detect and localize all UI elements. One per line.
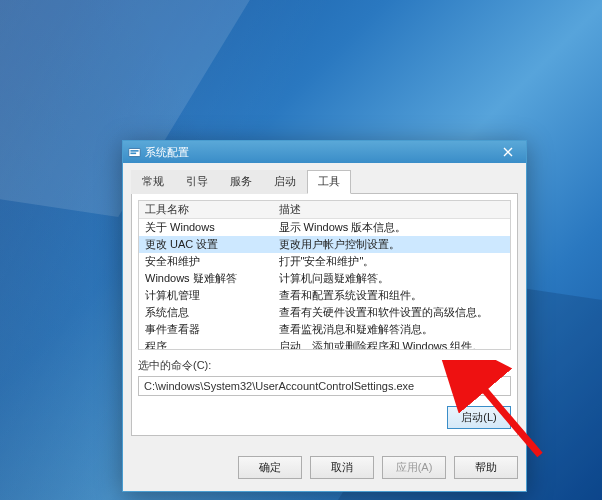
table-row[interactable]: 安全和维护打开"安全和维护"。	[139, 253, 510, 270]
dialog-client: 常规 引导 服务 启动 工具 工具名称 描述 关于 Windows显示 Wind…	[123, 163, 526, 446]
selected-command-field[interactable]	[138, 376, 511, 396]
tab-general[interactable]: 常规	[131, 170, 175, 194]
tool-name: Windows 疑难解答	[139, 270, 273, 287]
tool-name: 更改 UAC 设置	[139, 236, 273, 253]
tool-name: 系统信息	[139, 304, 273, 321]
tool-name: 程序	[139, 338, 273, 350]
svg-rect-2	[130, 152, 136, 154]
tool-desc: 查看有关硬件设置和软件设置的高级信息。	[273, 304, 510, 321]
table-row[interactable]: 关于 Windows显示 Windows 版本信息。	[139, 219, 510, 236]
tool-desc: 计算机问题疑难解答。	[273, 270, 510, 287]
tool-name: 计算机管理	[139, 287, 273, 304]
tool-desc: 查看监视消息和疑难解答消息。	[273, 321, 510, 338]
table-row[interactable]: 事件查看器查看监视消息和疑难解答消息。	[139, 321, 510, 338]
tool-desc: 显示 Windows 版本信息。	[273, 219, 510, 236]
table-row[interactable]: 更改 UAC 设置更改用户帐户控制设置。	[139, 236, 510, 253]
tools-listview[interactable]: 工具名称 描述 关于 Windows显示 Windows 版本信息。更改 UAC…	[138, 200, 511, 350]
tool-name: 安全和维护	[139, 253, 273, 270]
listview-header: 工具名称 描述	[139, 201, 510, 219]
table-row[interactable]: 计算机管理查看和配置系统设置和组件。	[139, 287, 510, 304]
close-button[interactable]	[494, 143, 522, 161]
table-row[interactable]: 系统信息查看有关硬件设置和软件设置的高级信息。	[139, 304, 510, 321]
tabstrip: 常规 引导 服务 启动 工具	[131, 169, 518, 194]
col-name[interactable]: 工具名称	[139, 201, 273, 218]
tool-desc: 打开"安全和维护"。	[273, 253, 510, 270]
selected-command-label: 选中的命令(C):	[138, 358, 511, 373]
dialog-button-bar: 确定 取消 应用(A) 帮助	[123, 446, 526, 491]
col-desc[interactable]: 描述	[273, 201, 510, 218]
dialog-title: 系统配置	[145, 145, 494, 160]
tool-name: 事件查看器	[139, 321, 273, 338]
tab-tools[interactable]: 工具	[307, 170, 351, 194]
tool-name: 关于 Windows	[139, 219, 273, 236]
tab-startup[interactable]: 启动	[263, 170, 307, 194]
msconfig-dialog: 系统配置 常规 引导 服务 启动 工具 工具名称 描述 关于 Windows显示…	[122, 140, 527, 492]
tab-boot[interactable]: 引导	[175, 170, 219, 194]
ok-button[interactable]: 确定	[238, 456, 302, 479]
app-icon	[127, 145, 141, 159]
apply-button[interactable]: 应用(A)	[382, 456, 446, 479]
table-row[interactable]: Windows 疑难解答计算机问题疑难解答。	[139, 270, 510, 287]
help-button[interactable]: 帮助	[454, 456, 518, 479]
tab-services[interactable]: 服务	[219, 170, 263, 194]
tool-desc: 启动、添加或删除程序和 Windows 组件。	[273, 338, 510, 350]
tool-desc: 查看和配置系统设置和组件。	[273, 287, 510, 304]
table-row[interactable]: 程序启动、添加或删除程序和 Windows 组件。	[139, 338, 510, 350]
titlebar[interactable]: 系统配置	[123, 141, 526, 163]
tool-desc: 更改用户帐户控制设置。	[273, 236, 510, 253]
cancel-button[interactable]: 取消	[310, 456, 374, 479]
tools-panel: 工具名称 描述 关于 Windows显示 Windows 版本信息。更改 UAC…	[131, 194, 518, 436]
svg-rect-1	[130, 150, 138, 152]
launch-button[interactable]: 启动(L)	[447, 406, 511, 429]
close-icon	[503, 147, 513, 157]
